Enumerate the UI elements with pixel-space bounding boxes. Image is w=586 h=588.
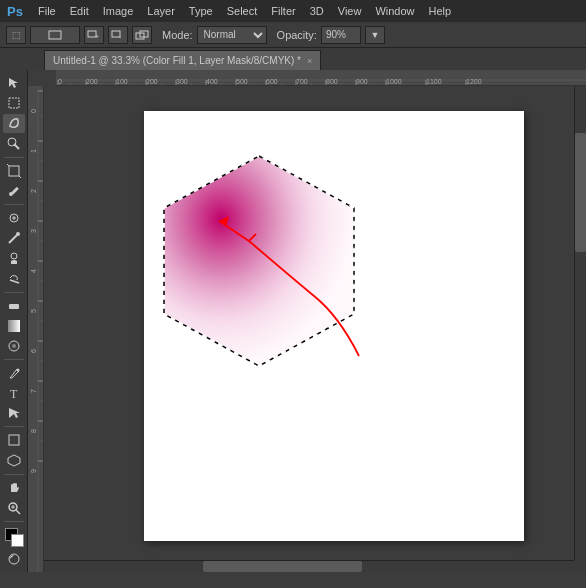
tool-intersect-select[interactable]	[132, 26, 152, 44]
tool-ellipse-select[interactable]	[30, 26, 80, 44]
svg-text:9: 9	[30, 469, 37, 473]
svg-text:200: 200	[146, 78, 158, 85]
vertical-scrollbar[interactable]	[574, 86, 586, 560]
tool-blur[interactable]	[3, 337, 25, 355]
tool-eyedropper[interactable]	[3, 182, 25, 200]
tool-history-brush[interactable]	[3, 269, 25, 287]
svg-text:1: 1	[30, 149, 37, 153]
svg-point-36	[9, 554, 19, 564]
tool-mask-mode[interactable]	[3, 550, 25, 568]
svg-text:800: 800	[326, 78, 338, 85]
ruler-left: 0 1 2 3 4 5 6 7	[28, 86, 44, 572]
menu-bar: Ps File Edit Image Layer Type Select Fil…	[0, 0, 586, 22]
svg-text:T: T	[10, 387, 18, 400]
horizontal-scrollbar[interactable]	[44, 560, 574, 572]
svg-text:200: 200	[86, 78, 98, 85]
tool-eraser[interactable]	[3, 296, 25, 314]
svg-text:7: 7	[30, 389, 37, 393]
tool-subtract-select[interactable]: -	[108, 26, 128, 44]
menu-view[interactable]: View	[332, 3, 368, 19]
svg-rect-30	[9, 435, 19, 445]
svg-point-10	[8, 138, 16, 146]
tool-lasso[interactable]	[3, 114, 25, 132]
svg-point-27	[16, 368, 19, 371]
tool-hand[interactable]	[3, 478, 25, 496]
canvas-viewport	[44, 86, 586, 572]
menu-edit[interactable]: Edit	[64, 3, 95, 19]
svg-point-15	[9, 192, 13, 196]
svg-rect-79	[28, 86, 44, 572]
canvas-area: 0 200 100 200 300 400 500 600 70	[28, 70, 586, 572]
tool-add-select[interactable]: +	[84, 26, 104, 44]
opacity-label: Opacity:	[277, 29, 317, 41]
svg-line-13	[19, 176, 21, 178]
tool-zoom[interactable]	[3, 499, 25, 517]
tool-crop[interactable]	[3, 162, 25, 180]
svg-text:0: 0	[30, 109, 37, 113]
ps-logo: Ps	[4, 0, 26, 22]
opacity-value[interactable]: 90%	[321, 26, 361, 44]
svg-rect-11	[9, 166, 19, 176]
svg-text:3: 3	[30, 229, 37, 233]
tool-pen[interactable]	[3, 364, 25, 382]
options-bar: ⬚ + - Mode: Normal Opacity: 90% ▼	[0, 22, 586, 48]
svg-text:400: 400	[206, 78, 218, 85]
menu-file[interactable]: File	[32, 3, 62, 19]
tab-title: Untitled-1 @ 33.3% (Color Fill 1, Layer …	[53, 55, 301, 66]
tab-close-btn[interactable]: ×	[307, 56, 312, 66]
svg-line-19	[9, 235, 17, 243]
svg-text:4: 4	[30, 269, 37, 273]
tool-gradient[interactable]	[3, 317, 25, 335]
menu-help[interactable]: Help	[423, 3, 458, 19]
svg-text:+: +	[95, 33, 99, 40]
menu-filter[interactable]: Filter	[265, 3, 301, 19]
tool-brush[interactable]	[3, 229, 25, 247]
svg-text:1000: 1000	[386, 78, 402, 85]
menu-layer[interactable]: Layer	[141, 3, 181, 19]
svg-text:300: 300	[176, 78, 188, 85]
tool-move[interactable]	[3, 74, 25, 92]
mode-dropdown[interactable]: Normal	[197, 26, 267, 44]
menu-3d[interactable]: 3D	[304, 3, 330, 19]
toolbar-divider-7	[4, 521, 24, 522]
menu-select[interactable]: Select	[221, 3, 264, 19]
svg-text:5: 5	[30, 309, 37, 313]
tool-magic-wand[interactable]	[3, 135, 25, 153]
menu-type[interactable]: Type	[183, 3, 219, 19]
tool-selection[interactable]	[3, 94, 25, 112]
document-tab[interactable]: Untitled-1 @ 33.3% (Color Fill 1, Layer …	[44, 50, 321, 70]
svg-point-21	[11, 253, 17, 259]
menu-image[interactable]: Image	[97, 3, 140, 19]
tool-text[interactable]: T	[3, 384, 25, 402]
opacity-dropdown-btn[interactable]: ▼	[365, 26, 385, 44]
svg-rect-37	[56, 70, 586, 86]
toolbar-divider-5	[4, 426, 24, 427]
ruler-top: 0 200 100 200 300 400 500 600 70	[56, 70, 586, 86]
svg-text:1200: 1200	[466, 78, 482, 85]
toolbar-divider-6	[4, 474, 24, 475]
tool-spot-heal[interactable]	[3, 209, 25, 227]
svg-point-20	[16, 232, 20, 236]
svg-rect-24	[8, 320, 20, 332]
svg-marker-7	[9, 78, 18, 88]
toolbar-divider-2	[4, 204, 24, 205]
svg-marker-29	[9, 408, 20, 418]
toolbar-divider-4	[4, 359, 24, 360]
ps-logo-text: Ps	[7, 4, 23, 19]
svg-text:500: 500	[236, 78, 248, 85]
toolbar-divider-1	[4, 157, 24, 158]
tool-3d[interactable]	[3, 451, 25, 469]
svg-text:900: 900	[356, 78, 368, 85]
tool-rect-select[interactable]: ⬚	[6, 26, 26, 44]
tool-path-select[interactable]	[3, 404, 25, 422]
color-swatches[interactable]	[3, 528, 25, 546]
left-toolbar: T	[0, 70, 28, 572]
svg-text:1100: 1100	[426, 78, 442, 85]
tool-clone[interactable]	[3, 249, 25, 267]
svg-text:2: 2	[30, 189, 37, 193]
main-area: T	[0, 70, 586, 572]
tool-shape[interactable]	[3, 431, 25, 449]
svg-text:6: 6	[30, 349, 37, 353]
svg-text:100: 100	[116, 78, 128, 85]
menu-window[interactable]: Window	[369, 3, 420, 19]
